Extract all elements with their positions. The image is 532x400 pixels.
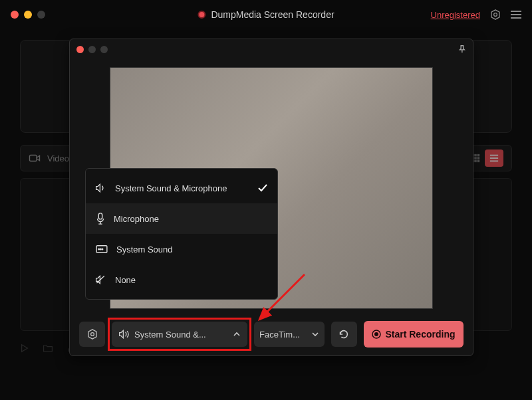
svg-marker-0	[491, 10, 499, 19]
folder-icon[interactable]	[43, 344, 53, 353]
play-icon[interactable]	[20, 344, 29, 353]
svg-rect-10	[474, 160, 477, 163]
system-sound-icon	[95, 245, 108, 254]
dropdown-label: None	[115, 275, 136, 285]
svg-point-23	[374, 332, 378, 336]
dropdown-item-system-sound[interactable]: System Sound	[86, 234, 277, 264]
dropdown-label: System Sound	[116, 245, 173, 254]
maximize-dot[interactable]	[37, 11, 45, 19]
record-icon	[198, 11, 205, 19]
svg-rect-13	[490, 157, 498, 159]
svg-rect-4	[474, 154, 477, 157]
dropdown-item-microphone[interactable]: Microphone	[86, 203, 277, 234]
dropdown-item-none[interactable]: None	[86, 264, 277, 295]
close-dot[interactable]	[11, 11, 19, 19]
chevron-up-icon	[233, 330, 241, 338]
svg-rect-14	[490, 161, 498, 162]
traffic-lights	[11, 11, 45, 19]
start-recording-button[interactable]: Start Recording	[364, 321, 464, 348]
svg-rect-7	[474, 157, 477, 159]
svg-rect-2	[30, 155, 37, 161]
svg-point-1	[494, 13, 497, 17]
dropdown-item-system-and-mic[interactable]: System Sound & Microphone	[86, 173, 277, 203]
speaker-muted-icon	[95, 274, 107, 285]
record-icon	[372, 330, 381, 339]
audio-source-selector[interactable]: System Sound &...	[112, 322, 247, 347]
svg-marker-20	[88, 330, 96, 339]
check-icon	[257, 183, 268, 193]
dropdown-label: System Sound & Microphone	[115, 183, 227, 193]
menu-icon[interactable]	[511, 11, 521, 19]
panel-settings-button[interactable]	[79, 322, 105, 347]
svg-point-21	[90, 333, 94, 336]
titlebar: DumpMedia Screen Recorder Unregistered	[0, 0, 532, 29]
svg-rect-24	[98, 213, 102, 219]
unregistered-link[interactable]: Unregistered	[431, 10, 480, 20]
start-label: Start Recording	[385, 329, 455, 340]
svg-rect-11	[477, 160, 480, 163]
app-title: DumpMedia Screen Recorder	[198, 9, 334, 20]
gear-icon	[86, 328, 98, 340]
settings-icon[interactable]	[489, 9, 501, 21]
title-text: DumpMedia Screen Recorder	[211, 9, 334, 20]
undo-icon	[338, 328, 350, 340]
audio-selected-label: System Sound &...	[134, 330, 206, 340]
panel-close-dot[interactable]	[76, 46, 84, 53]
dropdown-label: Microphone	[114, 214, 159, 224]
minimize-dot[interactable]	[24, 11, 32, 19]
svg-line-29	[96, 276, 104, 283]
svg-rect-8	[477, 157, 480, 159]
speaker-icon	[95, 183, 107, 193]
panel-min-dot[interactable]	[88, 46, 96, 53]
svg-point-27	[100, 249, 101, 250]
microphone-icon	[95, 213, 106, 225]
reset-button[interactable]	[331, 322, 357, 347]
svg-rect-12	[490, 155, 498, 156]
panel-max-dot[interactable]	[100, 46, 108, 53]
chevron-down-icon	[311, 330, 319, 338]
panel-header	[70, 39, 473, 59]
panel-footer: System Sound &... FaceTim... Start Recor…	[70, 321, 473, 348]
pin-icon[interactable]	[457, 45, 466, 54]
video-icon	[29, 153, 41, 163]
speaker-icon	[118, 329, 130, 340]
camera-selected-label: FaceTim...	[259, 330, 300, 340]
list-view-button[interactable]	[485, 150, 503, 167]
audio-source-dropdown: System Sound & Microphone Microphone Sys…	[85, 168, 278, 300]
svg-point-26	[98, 249, 100, 250]
svg-point-28	[102, 249, 103, 250]
svg-rect-5	[477, 154, 480, 157]
camera-source-selector[interactable]: FaceTim...	[254, 322, 325, 347]
svg-marker-15	[22, 345, 28, 352]
